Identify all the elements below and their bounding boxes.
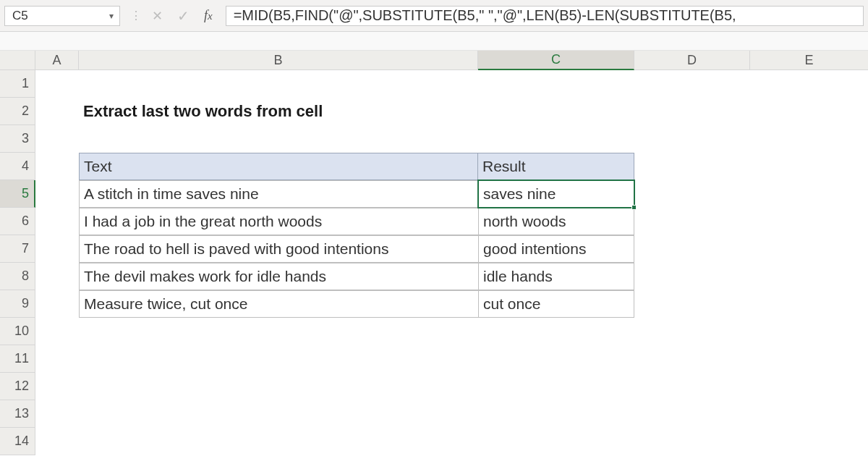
row-header[interactable]: 2 [0,98,35,125]
table-cell-text[interactable]: I had a job in the great north woods [79,208,478,235]
row-header[interactable]: 5 [0,180,35,208]
cell[interactable] [35,373,79,400]
table-cell-result[interactable]: idle hands [478,263,634,290]
table-cell-text[interactable]: The road to hell is paved with good inte… [79,235,478,263]
formula-bar[interactable]: =MID(B5,FIND("@",SUBSTITUTE(B5," ","@",L… [226,6,864,26]
formula-toolbar: C5 ▾ ⋮ ✕ ✓ fx =MID(B5,FIND("@",SUBSTITUT… [0,0,868,32]
cell[interactable] [750,153,868,180]
cell[interactable] [634,125,750,153]
cell[interactable] [634,180,750,208]
cell[interactable] [478,345,634,373]
chevron-down-icon[interactable]: ▾ [106,11,116,21]
table-header-text[interactable]: Text [79,153,478,180]
row-header[interactable]: 12 [0,373,35,400]
cell[interactable] [79,400,478,428]
cell[interactable] [750,373,868,400]
cell[interactable] [750,428,868,455]
col-header-C[interactable]: C [478,51,634,70]
spreadsheet-grid[interactable]: A B C D E 1 2 Extract last two words fro… [0,51,868,455]
cell[interactable] [79,125,478,153]
col-header-A[interactable]: A [35,51,79,70]
fx-icon[interactable]: fx [204,8,213,23]
cell[interactable] [35,208,79,235]
row-header[interactable]: 6 [0,208,35,235]
cell[interactable] [478,70,634,98]
cell[interactable] [79,428,478,455]
row-header[interactable]: 11 [0,345,35,373]
row-header[interactable]: 8 [0,263,35,290]
col-header-B[interactable]: B [79,51,478,70]
cell[interactable] [750,318,868,345]
table-cell-result[interactable]: cut once [478,290,634,318]
cell[interactable] [478,98,634,125]
col-header-D[interactable]: D [634,51,750,70]
cell[interactable] [478,428,634,455]
cell[interactable] [634,208,750,235]
cell[interactable] [750,400,868,428]
cell[interactable] [79,318,478,345]
cell[interactable] [35,263,79,290]
cell[interactable] [79,345,478,373]
cell[interactable] [79,373,478,400]
table-cell-text[interactable]: Measure twice, cut once [79,290,478,318]
row-header[interactable]: 7 [0,235,35,263]
cell[interactable] [634,290,750,318]
cell[interactable] [634,263,750,290]
cell[interactable] [35,428,79,455]
cell[interactable] [35,290,79,318]
cell[interactable] [478,373,634,400]
cell[interactable] [750,235,868,263]
cell[interactable] [634,153,750,180]
cell[interactable] [478,400,634,428]
cell[interactable] [750,263,868,290]
cell[interactable] [634,318,750,345]
row-header[interactable]: 4 [0,153,35,180]
page-title[interactable]: Extract last two words from cell [79,98,478,125]
table-cell-text[interactable]: The devil makes work for idle hands [79,263,478,290]
cell[interactable] [79,70,478,98]
cell[interactable] [35,98,79,125]
row-header[interactable]: 10 [0,318,35,345]
cell[interactable] [634,235,750,263]
cancel-icon[interactable]: ✕ [152,8,163,24]
cell[interactable] [35,400,79,428]
cell[interactable] [35,70,79,98]
cell[interactable] [478,318,634,345]
cell[interactable] [35,345,79,373]
select-all-corner[interactable] [0,51,35,70]
row-header[interactable]: 1 [0,70,35,98]
table-cell-result[interactable]: good intentions [478,235,634,263]
row-header[interactable]: 13 [0,400,35,428]
table-cell-text[interactable]: A stitch in time saves nine [79,180,478,208]
fill-handle[interactable] [631,205,637,210]
cell[interactable] [478,125,634,153]
row-header[interactable]: 3 [0,125,35,153]
cell[interactable] [750,208,868,235]
row-header[interactable]: 9 [0,290,35,318]
row-header[interactable]: 14 [0,428,35,455]
cell[interactable] [35,318,79,345]
table-cell-result[interactable]: north woods [478,208,634,235]
cell[interactable] [634,345,750,373]
table-header-result[interactable]: Result [478,153,634,180]
accept-icon[interactable]: ✓ [177,7,190,25]
cell[interactable] [750,345,868,373]
cell[interactable] [750,180,868,208]
cell[interactable] [634,98,750,125]
cell[interactable] [35,235,79,263]
cell[interactable] [750,125,868,153]
cell[interactable] [35,180,79,208]
name-box[interactable]: C5 ▾ [4,6,120,26]
cell[interactable] [35,125,79,153]
cell[interactable] [634,70,750,98]
cell[interactable] [634,400,750,428]
table-cell-result[interactable]: saves nine [478,180,634,208]
cell[interactable] [634,428,750,455]
formula-bar-value: =MID(B5,FIND("@",SUBSTITUTE(B5," ","@",L… [234,7,736,24]
cell[interactable] [750,290,868,318]
cell[interactable] [35,153,79,180]
cell[interactable] [750,70,868,98]
cell[interactable] [750,98,868,125]
cell[interactable] [634,373,750,400]
col-header-E[interactable]: E [750,51,868,70]
